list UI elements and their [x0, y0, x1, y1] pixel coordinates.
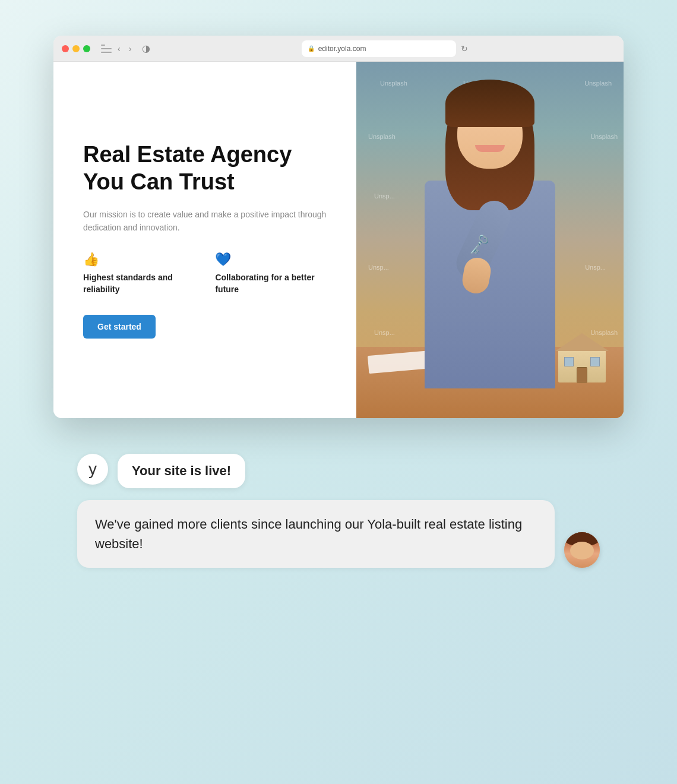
house-model	[558, 350, 606, 382]
feature-label-1: Highest standards and reliability	[83, 272, 197, 295]
minimize-button[interactable]	[72, 45, 80, 52]
chat-bubble-site-live: Your site is live!	[118, 454, 245, 488]
hero-content-left: Real Estate Agency You Can Trust Our mis…	[53, 62, 356, 418]
chat-message-2: We've gained more clients since launchin…	[95, 517, 522, 551]
traffic-lights	[62, 45, 90, 52]
yola-avatar: y	[77, 454, 108, 485]
sidebar-toggle-icon[interactable]	[101, 45, 112, 53]
chat-bubble-user: We've gained more clients since launchin…	[77, 500, 555, 568]
lock-icon: 🔒	[308, 45, 315, 52]
brightness-icon: ◑	[142, 43, 150, 54]
address-bar[interactable]: 🔒 editor.yola.com	[302, 40, 456, 57]
keys-icon: 🗝️	[466, 232, 492, 257]
heart-icon: 💙	[215, 252, 327, 267]
features-row: 👍 Highest standards and reliability 💙 Co…	[83, 252, 327, 295]
chat-message-user-row: We've gained more clients since launchin…	[77, 500, 600, 568]
chat-message-yola-row: y Your site is live!	[77, 454, 600, 488]
browser-toolbar: ‹ › ◑ 🔒 editor.yola.com ↻	[53, 36, 624, 62]
browser-window: ‹ › ◑ 🔒 editor.yola.com ↻ Real Estate Ag…	[53, 36, 624, 418]
get-started-button[interactable]: Get started	[83, 315, 156, 339]
thumbs-up-icon: 👍	[83, 252, 197, 267]
url-text: editor.yola.com	[318, 45, 366, 53]
hero-subtitle: Our mission is to create value and make …	[83, 208, 327, 235]
feature-item-1: 👍 Highest standards and reliability	[83, 252, 197, 295]
chat-message-1: Your site is live!	[132, 463, 231, 478]
hero-title: Real Estate Agency You Can Trust	[83, 141, 327, 195]
yola-letter: y	[88, 460, 97, 479]
avatar-skin	[570, 542, 594, 559]
forward-button[interactable]: ›	[126, 43, 134, 55]
reload-button[interactable]: ↻	[458, 43, 470, 55]
maximize-button[interactable]	[83, 45, 90, 52]
back-button[interactable]: ‹	[115, 43, 123, 55]
page-wrapper: ‹ › ◑ 🔒 editor.yola.com ↻ Real Estate Ag…	[24, 36, 653, 580]
address-bar-wrapper: 🔒 editor.yola.com ↻	[156, 40, 615, 57]
close-button[interactable]	[62, 45, 69, 52]
user-avatar	[564, 532, 600, 568]
browser-content: Real Estate Agency You Can Trust Our mis…	[53, 62, 624, 418]
browser-controls: ‹ ›	[101, 43, 134, 55]
chat-area: y Your site is live! We've gained more c…	[53, 442, 624, 580]
hero-image-right: 🗝️ Unsplash Unsplash Unspl	[356, 62, 624, 418]
feature-label-2: Collaborating for a better future	[215, 272, 327, 295]
feature-item-2: 💙 Collaborating for a better future	[215, 252, 327, 295]
avatar-face	[564, 532, 600, 568]
hero-image: 🗝️ Unsplash Unsplash Unspl	[356, 62, 624, 418]
